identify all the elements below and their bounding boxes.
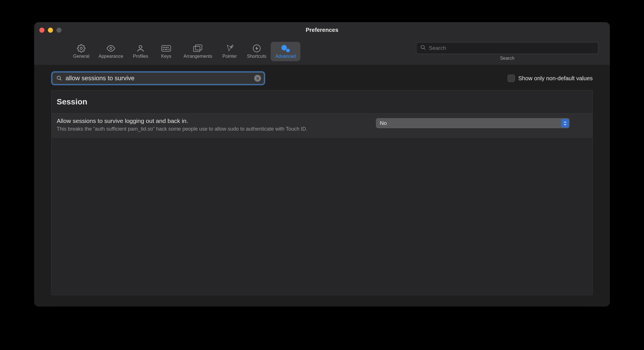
- setting-title: Allow sessions to survive logging out an…: [57, 118, 364, 124]
- cursor-icon: [225, 44, 235, 53]
- svg-point-17: [284, 47, 285, 48]
- svg-point-0: [80, 47, 82, 50]
- tab-appearance[interactable]: Appearance: [94, 42, 128, 61]
- tab-arrangements[interactable]: Arrangements: [179, 42, 217, 61]
- setting-description: This breaks the “auth sufficient pam_tid…: [57, 125, 364, 132]
- tab-advanced[interactable]: Advanced: [271, 42, 300, 61]
- setting-text: Allow sessions to survive logging out an…: [57, 118, 364, 132]
- setting-row: Allow sessions to survive logging out an…: [52, 114, 592, 138]
- svg-point-6: [166, 47, 167, 48]
- tabs: General Appearance Profiles Keys: [68, 42, 300, 61]
- setting-select-wrap: No: [376, 118, 570, 128]
- titlebar: Preferences: [34, 22, 610, 38]
- svg-point-8: [163, 49, 164, 50]
- minimize-button[interactable]: [48, 28, 53, 33]
- toolbar: General Appearance Profiles Keys: [34, 38, 610, 65]
- tab-label: Shortcuts: [247, 54, 266, 59]
- maximize-button[interactable]: [56, 28, 62, 33]
- tab-label: Advanced: [275, 54, 295, 59]
- svg-point-1: [110, 47, 112, 50]
- svg-line-23: [60, 79, 62, 81]
- svg-point-4: [163, 47, 164, 48]
- tab-label: Pointer: [222, 54, 237, 59]
- tab-label: Profiles: [133, 54, 148, 59]
- tab-keys[interactable]: Keys: [153, 42, 179, 61]
- svg-rect-12: [195, 45, 202, 50]
- toolbar-search[interactable]: [416, 42, 598, 54]
- settings-panel: Session Allow sessions to survive loggin…: [51, 90, 593, 295]
- user-icon: [136, 44, 145, 53]
- svg-point-9: [169, 49, 169, 50]
- tab-label: Keys: [161, 54, 172, 59]
- toolbar-search-wrap: Search: [416, 42, 598, 61]
- keyboard-icon: [161, 44, 171, 53]
- svg-point-22: [57, 76, 61, 80]
- toolbar-search-label: Search: [500, 56, 515, 61]
- setting-select-value: No: [380, 120, 387, 126]
- non-default-checkbox-label: Show only non-default values: [518, 75, 593, 82]
- search-icon: [420, 45, 426, 52]
- svg-point-19: [288, 50, 289, 51]
- window-title: Preferences: [34, 27, 610, 33]
- toolbar-search-input[interactable]: [429, 45, 594, 51]
- svg-point-7: [168, 47, 168, 48]
- content-area: Show only non-default values Session All…: [34, 65, 610, 306]
- svg-rect-3: [162, 45, 171, 51]
- traffic-lights: [39, 28, 62, 33]
- setting-select[interactable]: No: [376, 118, 570, 128]
- search-icon: [56, 75, 62, 81]
- eye-icon: [106, 44, 116, 53]
- gear-icon: [76, 44, 86, 53]
- svg-rect-11: [193, 46, 200, 52]
- bolt-icon: [252, 44, 262, 53]
- tab-general[interactable]: General: [68, 42, 94, 61]
- select-stepper-icon: [561, 119, 569, 127]
- tab-profiles[interactable]: Profiles: [128, 42, 153, 61]
- tab-label: General: [73, 54, 89, 59]
- non-default-checkbox[interactable]: [508, 75, 515, 82]
- windows-icon: [193, 44, 203, 53]
- gears-icon: [281, 44, 290, 53]
- svg-point-2: [139, 46, 142, 48]
- tab-label: Arrangements: [184, 54, 212, 59]
- preferences-window: Preferences General Appearance Profiles: [34, 22, 610, 306]
- tab-label: Appearance: [99, 54, 123, 59]
- non-default-checkbox-wrap[interactable]: Show only non-default values: [508, 75, 593, 82]
- filter-search[interactable]: [51, 71, 265, 85]
- tab-shortcuts[interactable]: Shortcuts: [242, 42, 271, 61]
- svg-point-20: [421, 45, 425, 49]
- svg-point-5: [165, 47, 165, 48]
- filter-row: Show only non-default values: [51, 71, 593, 85]
- clear-search-button[interactable]: [254, 75, 261, 82]
- tab-pointer[interactable]: Pointer: [217, 42, 242, 61]
- svg-line-21: [424, 48, 425, 50]
- close-button[interactable]: [39, 28, 44, 33]
- section-header: Session: [52, 90, 592, 114]
- filter-search-input[interactable]: [66, 75, 254, 82]
